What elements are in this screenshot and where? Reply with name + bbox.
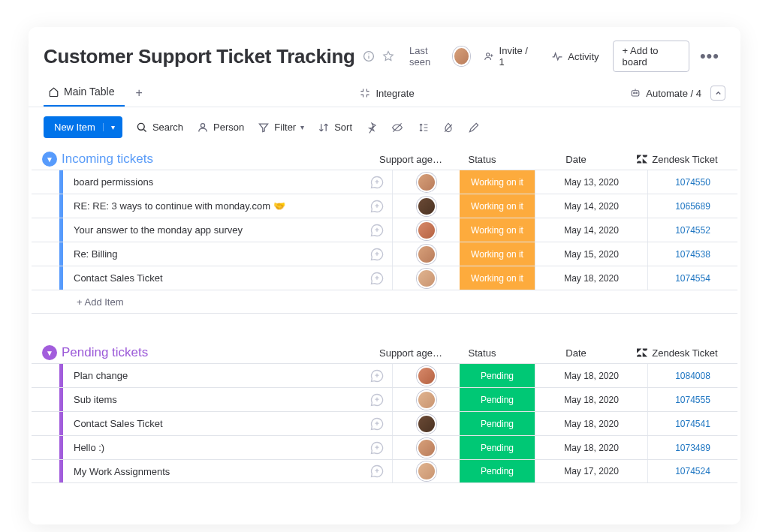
cell-agent[interactable] <box>392 388 460 411</box>
table-row[interactable]: Sub itemsPendingMay 18, 20201074555 <box>32 387 737 411</box>
cell-agent[interactable] <box>392 436 460 459</box>
open-conversation-button[interactable] <box>362 242 392 266</box>
add-tab-button[interactable]: + <box>128 83 149 103</box>
open-conversation-button[interactable] <box>362 194 392 218</box>
row-title[interactable]: Your answer to the monday app survey <box>68 218 362 242</box>
cell-agent[interactable] <box>392 266 460 290</box>
open-conversation-button[interactable] <box>362 170 392 194</box>
cell-agent[interactable] <box>392 242 460 266</box>
cell-agent[interactable] <box>392 170 460 194</box>
person-filter-button[interactable]: Person <box>197 122 244 134</box>
table-row[interactable]: Hello :)PendingMay 18, 20201073489 <box>32 435 737 459</box>
cell-zendesk[interactable]: 1074524 <box>647 460 737 482</box>
cell-agent[interactable] <box>392 194 460 218</box>
open-conversation-button[interactable] <box>362 436 392 459</box>
open-conversation-button[interactable] <box>362 266 392 290</box>
open-conversation-button[interactable] <box>362 412 392 435</box>
cell-zendesk[interactable]: 1084008 <box>647 364 737 387</box>
cell-status[interactable]: Pending <box>460 460 535 482</box>
open-conversation-button[interactable] <box>362 460 392 482</box>
row-title[interactable]: My Work Assignments <box>68 460 362 482</box>
table-row[interactable]: RE: RE: 3 ways to continue with monday.c… <box>32 194 737 218</box>
cell-status[interactable]: Working on it <box>460 242 535 266</box>
cell-status[interactable]: Working on it <box>460 170 535 194</box>
cell-status[interactable]: Working on it <box>460 194 535 218</box>
last-seen[interactable]: Last seen <box>409 45 470 68</box>
filter-button[interactable]: Filter ▾ <box>258 122 304 134</box>
cell-date[interactable]: May 18, 2020 <box>535 412 647 435</box>
cell-zendesk[interactable]: 1074555 <box>647 388 737 411</box>
cell-status[interactable]: Pending <box>460 412 535 435</box>
color-button[interactable] <box>442 122 454 134</box>
cell-status[interactable]: Working on it <box>460 266 535 290</box>
new-item-button[interactable]: New Item ▾ <box>44 116 122 138</box>
cell-date[interactable]: May 18, 2020 <box>535 436 647 459</box>
table-row[interactable]: Contact Sales TicketWorking on itMay 18,… <box>32 266 737 290</box>
cell-agent[interactable] <box>392 412 460 435</box>
row-title[interactable]: Plan change <box>68 364 362 387</box>
more-menu-button[interactable]: ••• <box>697 47 722 66</box>
table-row[interactable]: Your answer to the monday app surveyWork… <box>32 218 737 242</box>
cell-date[interactable]: May 14, 2020 <box>535 218 647 242</box>
hide-button[interactable] <box>391 122 403 134</box>
column-header-zendesk[interactable]: Zendesk Ticket <box>632 154 722 165</box>
add-item-row[interactable]: + Add Item <box>32 290 737 314</box>
search-button[interactable]: Search <box>136 122 183 134</box>
tab-main-table[interactable]: Main Table <box>44 80 125 107</box>
group-name[interactable]: Pending tickets <box>62 345 148 360</box>
activity-button[interactable]: Activity <box>545 47 605 65</box>
automate-button[interactable]: Automate / 4 <box>623 84 707 102</box>
group-collapse-button[interactable]: ▼ <box>42 152 57 167</box>
cell-status[interactable]: Working on it <box>460 218 535 242</box>
cell-date[interactable]: May 18, 2020 <box>535 364 647 387</box>
row-title[interactable]: board permissions <box>68 170 362 194</box>
group-collapse-button[interactable]: ▼ <box>42 345 57 360</box>
edit-button[interactable] <box>468 122 480 134</box>
chevron-down-icon[interactable]: ▾ <box>103 123 115 131</box>
row-title[interactable]: Hello :) <box>68 436 362 459</box>
column-header-date[interactable]: Date <box>520 154 632 165</box>
integrate-button[interactable]: Integrate <box>353 84 420 102</box>
board-title[interactable]: Customer Support Ticket Tracking <box>44 45 355 68</box>
cell-zendesk[interactable]: 1074541 <box>647 412 737 435</box>
star-icon[interactable] <box>382 50 394 63</box>
cell-agent[interactable] <box>392 218 460 242</box>
cell-date[interactable]: May 13, 2020 <box>535 170 647 194</box>
cell-status[interactable]: Pending <box>460 364 535 387</box>
column-header-status[interactable]: Status <box>445 347 520 359</box>
open-conversation-button[interactable] <box>362 218 392 242</box>
collapse-header-button[interactable] <box>710 86 725 101</box>
cell-zendesk[interactable]: 1074554 <box>647 266 737 290</box>
row-title[interactable]: Sub items <box>68 388 362 411</box>
sort-button[interactable]: Sort <box>318 122 352 134</box>
cell-zendesk[interactable]: 1074552 <box>647 218 737 242</box>
cell-date[interactable]: May 14, 2020 <box>535 194 647 218</box>
cell-agent[interactable] <box>392 460 460 482</box>
cell-status[interactable]: Pending <box>460 388 535 411</box>
cell-zendesk[interactable]: 1074550 <box>647 170 737 194</box>
pin-button[interactable] <box>366 122 378 134</box>
info-icon[interactable] <box>363 50 375 63</box>
cell-date[interactable]: May 17, 2020 <box>535 460 647 482</box>
cell-date[interactable]: May 18, 2020 <box>535 388 647 411</box>
cell-zendesk[interactable]: 1065689 <box>647 194 737 218</box>
open-conversation-button[interactable] <box>362 388 392 411</box>
cell-status[interactable]: Pending <box>460 436 535 459</box>
row-title[interactable]: Re: Billing <box>68 242 362 266</box>
table-row[interactable]: Plan changePendingMay 18, 20201084008 <box>32 363 737 387</box>
column-header-date[interactable]: Date <box>520 347 632 359</box>
column-header-status[interactable]: Status <box>445 154 520 165</box>
column-header-agent[interactable]: Support age… <box>377 347 445 359</box>
table-row[interactable]: board permissionsWorking on itMay 13, 20… <box>32 170 737 194</box>
cell-zendesk[interactable]: 1073489 <box>647 436 737 459</box>
cell-date[interactable]: May 18, 2020 <box>535 266 647 290</box>
cell-agent[interactable] <box>392 364 460 387</box>
table-row[interactable]: Contact Sales TicketPendingMay 18, 20201… <box>32 411 737 435</box>
table-row[interactable]: My Work AssignmentsPendingMay 17, 202010… <box>32 459 737 483</box>
table-row[interactable]: Re: BillingWorking on itMay 15, 20201074… <box>32 242 737 266</box>
column-header-zendesk[interactable]: Zendesk Ticket <box>632 347 722 359</box>
column-header-agent[interactable]: Support age… <box>377 154 445 165</box>
group-name[interactable]: Incoming tickets <box>62 152 153 167</box>
cell-zendesk[interactable]: 1074538 <box>647 242 737 266</box>
row-title[interactable]: RE: RE: 3 ways to continue with monday.c… <box>68 194 362 218</box>
